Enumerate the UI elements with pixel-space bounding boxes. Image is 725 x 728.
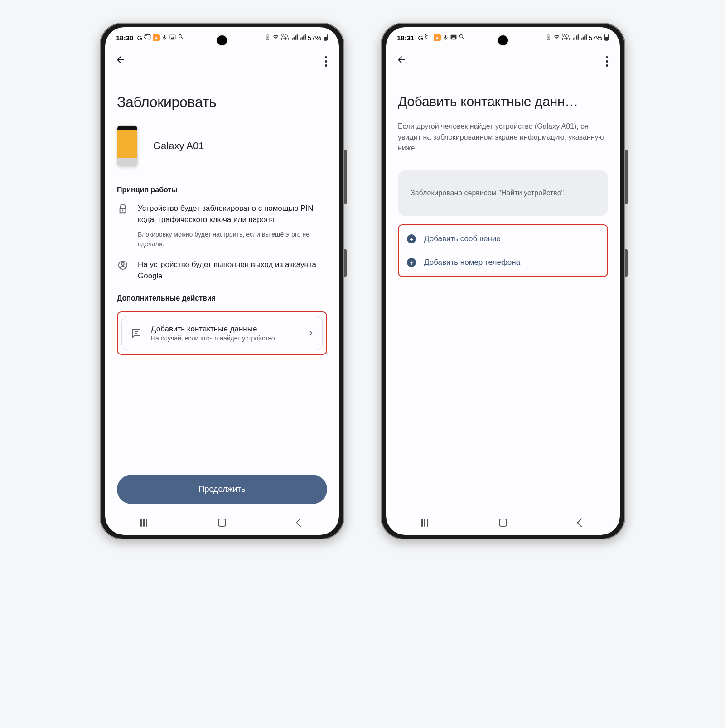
- svg-point-4: [122, 209, 124, 211]
- battery-pct: 57%: [589, 34, 602, 42]
- add-phone-label: Добавить номер телефона: [424, 258, 520, 267]
- add-message-button[interactable]: + Добавить сообщение: [401, 227, 604, 251]
- device-image: [117, 125, 138, 167]
- nav-back-button[interactable]: [296, 518, 305, 527]
- screen-left: 18:30 G ●: [105, 27, 339, 535]
- back-button[interactable]: [396, 54, 407, 68]
- signal-icon: [291, 34, 298, 42]
- battery-icon: [604, 34, 609, 42]
- phone-frame-right: 18:31 G ●: [381, 23, 625, 539]
- add-contact-card[interactable]: Добавить контактные данные На случай, ес…: [121, 316, 323, 350]
- side-button: [625, 249, 628, 277]
- google-icon: G: [418, 34, 423, 42]
- info-item-signout: На устройстве будет выполнен выход из ак…: [117, 259, 327, 281]
- app-bar: [105, 48, 339, 68]
- how-it-works-heading: Принцип работы: [117, 186, 327, 194]
- bottom-area: Продолжить: [105, 475, 339, 510]
- wifi-icon: [553, 34, 560, 42]
- wifi-icon: [272, 34, 279, 42]
- power-save-icon: [546, 34, 551, 42]
- battery-pct: 57%: [308, 34, 321, 42]
- card-title: Добавить контактные данные: [151, 325, 300, 334]
- signal-icon: [572, 34, 579, 42]
- more-menu-button[interactable]: [323, 54, 329, 68]
- more-menu-button[interactable]: [604, 54, 610, 68]
- signal-icon: [300, 34, 306, 42]
- add-phone-button[interactable]: + Добавить номер телефона: [401, 251, 604, 274]
- cast-icon: [425, 34, 432, 42]
- nav-recents-button[interactable]: [421, 519, 428, 527]
- info-lock-sub: Блокировку можно будет настроить, если в…: [138, 230, 327, 248]
- annotation-highlight: + Добавить сообщение + Добавить номер те…: [398, 224, 608, 277]
- side-button: [344, 249, 347, 277]
- chevron-right-icon: [308, 328, 314, 339]
- nav-bar: [386, 510, 620, 535]
- status-left: 18:31 G ●: [397, 34, 465, 42]
- svg-point-6: [121, 262, 124, 265]
- lock-icon: [117, 203, 129, 248]
- locked-message-preview: Заблокировано сервисом "Найти устройство…: [398, 170, 608, 216]
- plus-icon: +: [407, 234, 416, 243]
- device-name: Galaxy A01: [153, 140, 204, 152]
- content-right: Добавить контактные данн… Если другой че…: [386, 68, 620, 510]
- additional-heading: Дополнительные действия: [117, 294, 327, 302]
- app-notification-icon: ●: [153, 34, 160, 41]
- svg-rect-10: [605, 37, 608, 40]
- volte-icon: Vo))LTE1: [281, 34, 290, 41]
- app-notification-icon: ●: [434, 34, 441, 41]
- message-icon: [130, 328, 143, 339]
- camera-punch-icon: [217, 35, 227, 45]
- svg-rect-3: [324, 37, 327, 40]
- nav-back-button[interactable]: [577, 518, 586, 527]
- description-text: Если другой человек найдет устройство (G…: [398, 121, 608, 154]
- power-save-icon: [265, 34, 271, 42]
- search-icon: [459, 34, 465, 42]
- nav-recents-button[interactable]: [140, 519, 147, 527]
- content-left: Заблокировать Galaxy A01 Принцип работы …: [105, 68, 339, 475]
- status-time: 18:30: [116, 34, 133, 42]
- phone-frame-left: 18:30 G ●: [100, 23, 344, 539]
- status-left: 18:30 G ●: [116, 34, 184, 42]
- mic-icon: [443, 34, 449, 42]
- annotation-highlight: Добавить контактные данные На случай, ес…: [117, 311, 327, 355]
- volte-icon: Vo))LTE1: [562, 34, 570, 41]
- info-signout-text: На устройстве будет выполнен выход из ак…: [138, 259, 327, 281]
- svg-rect-9: [606, 34, 607, 34]
- card-sub: На случай, если кто-то найдет устройство: [151, 335, 300, 342]
- page-title: Заблокировать: [117, 94, 327, 111]
- continue-button[interactable]: Продолжить: [117, 475, 327, 504]
- signal-icon: [580, 34, 587, 42]
- nav-home-button[interactable]: [499, 519, 507, 527]
- info-lock-text: Устройство будет заблокировано с помощью…: [138, 203, 327, 225]
- cast-icon: [144, 34, 151, 42]
- image-icon: [450, 34, 457, 42]
- battery-icon: [323, 34, 328, 42]
- mic-icon: [162, 34, 168, 42]
- plus-icon: +: [407, 258, 416, 267]
- image-icon: [169, 34, 176, 42]
- nav-bar: [105, 510, 339, 535]
- svg-rect-2: [325, 34, 326, 34]
- status-time: 18:31: [397, 34, 414, 42]
- camera-punch-icon: [498, 35, 508, 45]
- add-message-label: Добавить сообщение: [424, 234, 501, 243]
- status-right: Vo))LTE1 57%: [265, 34, 328, 42]
- screen-right: 18:31 G ●: [386, 27, 620, 535]
- side-button: [625, 150, 628, 204]
- locked-message-text: Заблокировано сервисом "Найти устройство…: [411, 189, 566, 197]
- side-button: [344, 150, 347, 204]
- google-icon: G: [137, 34, 142, 42]
- device-row: Galaxy A01: [117, 125, 327, 167]
- search-icon: [178, 34, 184, 42]
- status-right: Vo))LTE1 57%: [546, 34, 609, 42]
- back-button[interactable]: [115, 54, 126, 68]
- info-item-lock: Устройство будет заблокировано с помощью…: [117, 203, 327, 248]
- page-title: Добавить контактные данн…: [398, 94, 608, 109]
- account-icon: [117, 259, 129, 281]
- nav-home-button[interactable]: [218, 519, 226, 527]
- app-bar: [386, 48, 620, 68]
